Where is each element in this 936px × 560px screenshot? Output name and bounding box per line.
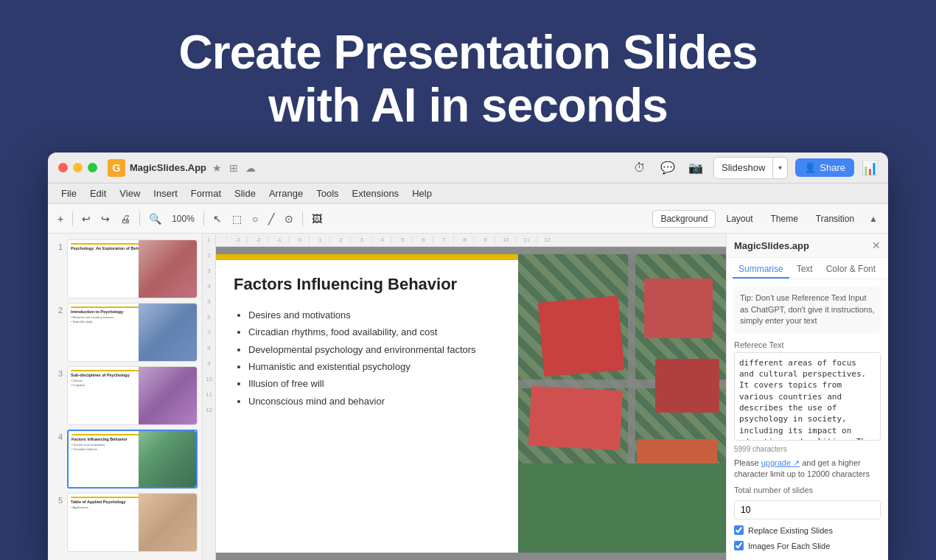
tab-background[interactable]: Background	[652, 210, 716, 228]
bullet-list: Desires and motivations Circadian rhythm…	[234, 307, 500, 410]
slide-thumb-1[interactable]: 1 Psychology: An Exploration of Behavior…	[52, 239, 198, 298]
present-icon[interactable]: ⊞	[229, 162, 238, 174]
panel-title: MagicSlides.app	[734, 240, 809, 251]
panel-close-button[interactable]: ✕	[872, 239, 881, 251]
collapse-button[interactable]: ▲	[865, 211, 882, 226]
slide-thumb-3[interactable]: 3 Sub-disciplines of Psychology • Clinic…	[52, 366, 198, 425]
zoom-level[interactable]: 100%	[168, 211, 198, 226]
bullet-2: Circadian rhythms, food availability, an…	[248, 323, 500, 340]
cursor-tool[interactable]: ↖	[209, 211, 226, 227]
tab-transition[interactable]: Transition	[808, 211, 862, 227]
minimize-button[interactable]	[73, 163, 83, 172]
shape-tool[interactable]: ○	[248, 211, 262, 227]
hero-section: Create Presentation Slides with AI in se…	[164, 0, 772, 153]
menu-file[interactable]: File	[55, 186, 83, 200]
image-tool[interactable]: 🖼	[308, 211, 326, 227]
slides-count-label: Total number of slides	[734, 486, 881, 494]
bullet-5: Illusion of free will	[248, 375, 500, 392]
images-slide-row: Images For Each Slide	[734, 541, 881, 550]
share-button[interactable]: 👤 Share	[795, 158, 854, 177]
slideshow-caret[interactable]: ▾	[773, 164, 787, 172]
select-tool[interactable]: ⬚	[228, 211, 245, 227]
replace-slides-row: Replace Existing Slides	[734, 525, 881, 535]
hero-title: Create Presentation Slides with AI in se…	[179, 27, 758, 132]
tab-color-font[interactable]: Color & Font	[820, 261, 881, 279]
slide-image-area	[518, 254, 726, 553]
history-icon[interactable]: ⏱	[629, 158, 650, 178]
cloud-icon[interactable]: ☁	[245, 162, 256, 174]
menu-help[interactable]: Help	[406, 186, 438, 200]
action-tool[interactable]: ⊙	[281, 211, 297, 227]
toolbar: + ↩ ↪ 🖨 🔍 100% ↖ ⬚ ○ ╱ ⊙ 🖼 Background La…	[48, 204, 888, 234]
slide-thumb-5[interactable]: 5 Table of Applied Psychology • Applicat…	[52, 493, 198, 552]
slide-thumb-4[interactable]: 4 Factors Influencing Behavior • Desires…	[52, 430, 198, 489]
vertical-ruler: 12345 678910 1112	[203, 234, 216, 560]
tab-text[interactable]: Text	[791, 261, 819, 279]
editor-area: Factors Influencing Behavior Desires and…	[216, 247, 726, 560]
close-button[interactable]	[58, 163, 68, 172]
menu-slide[interactable]: Slide	[228, 186, 262, 200]
ref-text-label: Referece Text	[734, 340, 881, 349]
slides-count-input[interactable]	[734, 500, 881, 519]
redo-button[interactable]: ↪	[97, 211, 113, 227]
images-slide-label: Images For Each Slide	[748, 542, 830, 550]
slide-thumb-2[interactable]: 2 Introduction to Psychology • Behavior …	[52, 303, 198, 362]
undo-button[interactable]: ↩	[78, 211, 94, 227]
slide-title: Factors Influencing Behavior	[234, 275, 500, 294]
tab-summarise[interactable]: Summarise	[733, 261, 789, 279]
panel-tabs: Summarise Text Color & Font	[727, 258, 888, 279]
menu-format[interactable]: Format	[185, 186, 227, 200]
slide-preview-2[interactable]: Introduction to Psychology • Behavior an…	[67, 303, 198, 362]
menu-tools[interactable]: Tools	[310, 186, 344, 200]
add-button[interactable]: +	[54, 211, 67, 227]
panel-header: MagicSlides.app ✕	[727, 234, 888, 258]
ref-text-input[interactable]: different areas of focus and cultural pe…	[734, 352, 881, 441]
app-logo: G	[108, 159, 125, 177]
menu-edit[interactable]: Edit	[84, 186, 112, 200]
panel-body: Tip: Don't use Reference Text Input as C…	[727, 279, 888, 560]
print-button[interactable]: 🖨	[116, 211, 134, 227]
chart-icon[interactable]: 📊	[862, 160, 878, 176]
menu-bar: File Edit View Insert Format Slide Arran…	[48, 183, 888, 204]
app-window: G MagicSlides.App ★ ⊞ ☁ ⏱ 💬 📷 Slideshow …	[48, 153, 888, 560]
title-bar-right: ⏱ 💬 📷 Slideshow ▾ 👤 Share 📊	[629, 157, 878, 179]
images-slide-checkbox[interactable]	[734, 541, 744, 550]
traffic-lights	[58, 163, 97, 172]
slide-preview-4[interactable]: Factors Influencing Behavior • Desires a…	[67, 430, 198, 489]
comment-icon[interactable]: 💬	[657, 158, 678, 178]
fullscreen-button[interactable]	[88, 163, 97, 172]
menu-insert[interactable]: Insert	[147, 186, 184, 200]
slide-preview-5[interactable]: Table of Applied Psychology • Applicatio…	[67, 493, 198, 552]
menu-view[interactable]: View	[113, 186, 146, 200]
main-content: 1 Psychology: An Exploration of Behavior…	[48, 234, 888, 560]
slide-text-area: Factors Influencing Behavior Desires and…	[216, 254, 518, 553]
editor-with-rulers: 12345 678910 1112 -3-2 -10 12 34 56 78 9…	[203, 234, 726, 560]
bullet-6: Unconscious mind and behavior	[248, 393, 500, 410]
char-count: 5999 characters	[734, 445, 881, 453]
upgrade-text: Please upgrade ↗ and get a higher charac…	[734, 458, 881, 480]
star-icon[interactable]: ★	[212, 162, 222, 174]
editor-main: -3-2 -10 12 34 56 78 910 1112	[216, 234, 726, 560]
slide-preview-3[interactable]: Sub-disciplines of Psychology • Clinical…	[67, 366, 198, 425]
slide-canvas[interactable]: Factors Influencing Behavior Desires and…	[216, 254, 726, 553]
app-name: MagicSlides.App	[130, 162, 206, 173]
menu-arrange[interactable]: Arrange	[263, 186, 309, 200]
slide-content: Factors Influencing Behavior Desires and…	[216, 254, 726, 553]
horizontal-ruler: -3-2 -10 12 34 56 78 910 1112	[216, 234, 726, 247]
share-icon: 👤	[804, 162, 816, 173]
slide-preview-1[interactable]: Psychology: An Exploration of Behavior a…	[67, 239, 198, 298]
title-bar-icons: ★ ⊞ ☁	[212, 162, 256, 174]
camera-icon[interactable]: 📷	[685, 158, 706, 178]
menu-extensions[interactable]: Extensions	[346, 186, 405, 200]
upgrade-link[interactable]: upgrade ↗	[761, 458, 800, 467]
replace-slides-checkbox[interactable]	[734, 525, 744, 535]
tip-box: Tip: Don't use Reference Text Input as C…	[734, 287, 881, 332]
tab-theme[interactable]: Theme	[764, 211, 806, 227]
aerial-photo	[518, 254, 726, 553]
zoom-out-button[interactable]: 🔍	[145, 211, 165, 227]
title-bar: G MagicSlides.App ★ ⊞ ☁ ⏱ 💬 📷 Slideshow …	[48, 153, 888, 183]
slideshow-button[interactable]: Slideshow ▾	[713, 157, 788, 179]
line-tool[interactable]: ╱	[265, 211, 278, 227]
right-panel: MagicSlides.app ✕ Summarise Text Color &…	[726, 234, 888, 560]
tab-layout[interactable]: Layout	[719, 211, 760, 227]
